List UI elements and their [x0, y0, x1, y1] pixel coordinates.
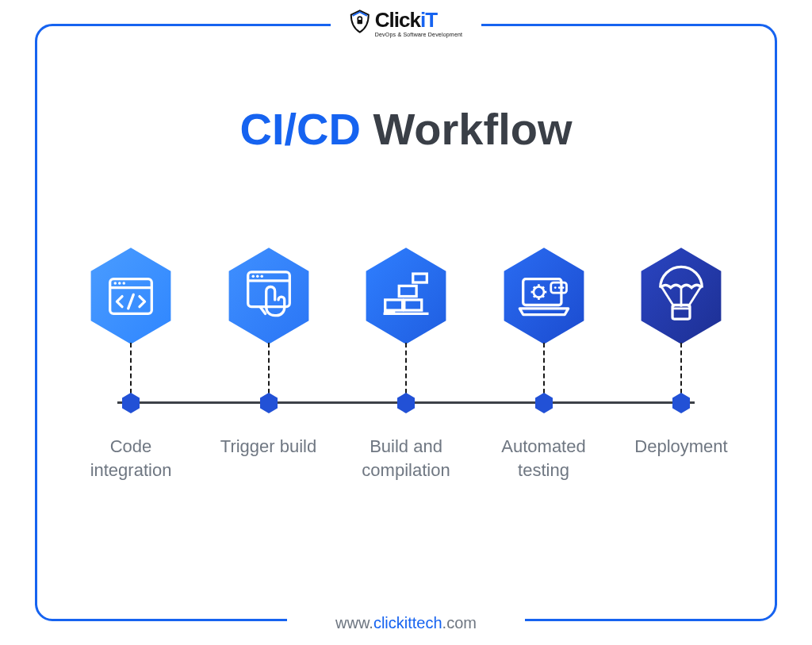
step-label: Trigger build	[220, 435, 316, 459]
bricks-icon	[362, 246, 450, 346]
diagram-title: CI/CD Workflow	[0, 103, 812, 155]
step-build-compilation: Build and compilation	[347, 246, 465, 482]
svg-line-35	[533, 295, 534, 297]
url-prefix: www.	[335, 614, 373, 632]
svg-point-6	[118, 282, 121, 285]
workflow-steps: Code integration Trigger build	[71, 246, 741, 482]
svg-point-13	[251, 275, 255, 278]
touch-icon	[225, 246, 312, 346]
step-code-integration: Code integration	[71, 246, 190, 482]
shield-lock-icon	[350, 10, 370, 33]
laptop-gear-icon	[500, 246, 588, 346]
svg-point-7	[122, 282, 125, 285]
svg-marker-16	[260, 393, 278, 413]
timeline-node	[396, 392, 416, 414]
brand-wordmark: ClickiT	[375, 10, 462, 30]
brand-name-part2: iT	[420, 8, 437, 32]
svg-point-38	[557, 286, 560, 289]
svg-point-39	[561, 286, 564, 289]
timeline-node	[534, 392, 553, 414]
step-trigger-build: Trigger build	[209, 246, 328, 482]
diagram-canvas: ClickiT DevOps & Software Development CI…	[0, 0, 812, 645]
svg-line-33	[542, 295, 543, 297]
svg-marker-10	[228, 248, 308, 344]
timeline-node	[259, 392, 278, 414]
svg-point-14	[256, 275, 259, 278]
connector-dash	[543, 343, 545, 394]
title-rest: Workflow	[361, 104, 573, 154]
svg-point-37	[553, 286, 556, 289]
url-domain: clickittech	[373, 614, 442, 632]
step-automated-testing: Automated testing	[485, 246, 603, 482]
step-label: Build and compilation	[347, 435, 465, 482]
step-label: Code integration	[71, 435, 190, 482]
code-icon	[87, 246, 174, 346]
timeline-node	[121, 392, 140, 414]
footer-url: www.clickittech.com	[0, 614, 812, 632]
svg-marker-40	[535, 393, 553, 413]
svg-marker-2	[91, 248, 171, 344]
svg-marker-9	[122, 393, 140, 413]
brand-logo: ClickiT DevOps & Software Development	[350, 10, 462, 37]
parachute-icon	[638, 246, 725, 346]
step-label: Automated testing	[485, 435, 603, 482]
timeline-node	[672, 392, 691, 414]
svg-marker-46	[672, 393, 690, 413]
connector-dash	[268, 343, 270, 394]
step-deployment: Deployment	[622, 246, 741, 482]
svg-rect-1	[358, 20, 362, 24]
svg-marker-24	[397, 393, 415, 413]
connector-dash	[405, 343, 407, 394]
svg-line-32	[533, 286, 534, 288]
title-emphasis: CI/CD	[240, 104, 361, 154]
svg-point-5	[114, 282, 117, 285]
brand-tagline: DevOps & Software Development	[375, 32, 462, 37]
connector-dash	[130, 343, 132, 394]
step-label: Deployment	[634, 435, 727, 459]
svg-line-34	[542, 286, 543, 288]
url-suffix: .com	[442, 614, 477, 632]
brand-name-part1: Click	[375, 8, 420, 32]
svg-point-15	[260, 275, 263, 278]
connector-dash	[680, 343, 682, 394]
